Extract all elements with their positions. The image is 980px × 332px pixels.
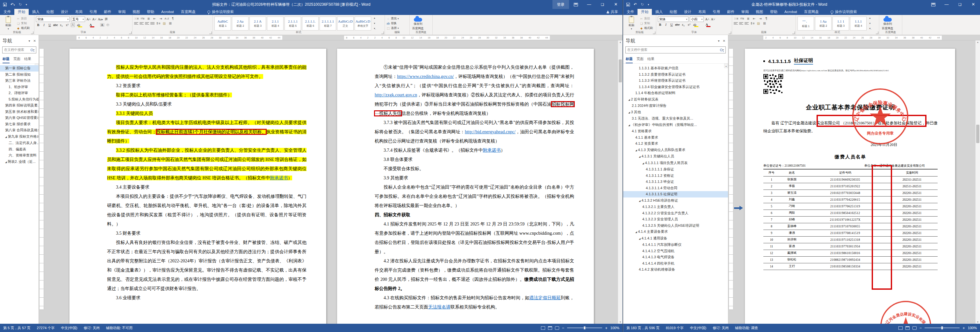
collapse-triangle-icon[interactable]: ◢ — [635, 231, 637, 233]
status-item[interactable]: 27274 个字 — [37, 326, 55, 330]
style-chip[interactable]: 2.1 A标题 3 — [250, 17, 266, 30]
print-layout-icon[interactable] — [548, 326, 552, 330]
nav-heading-item[interactable]: ◢2 近年财务状况表 — [623, 96, 728, 103]
italic-icon[interactable]: I — [42, 23, 46, 27]
nav-heading-item[interactable]: 4.1.4.1.3 电气焊设备 — [623, 254, 728, 261]
print-layout-icon[interactable] — [905, 326, 910, 330]
nav-tab[interactable]: 页面 — [13, 57, 21, 63]
ribbon-tab[interactable]: 设计 — [57, 9, 72, 15]
ribbon-tab[interactable]: 布局 — [695, 9, 709, 15]
status-item[interactable]: 修订: 关闭 — [713, 326, 729, 330]
web-layout-icon[interactable] — [912, 326, 916, 330]
nav-heading-item[interactable]: ◢4.1.3.1 关键岗位人员 — [623, 153, 728, 160]
nav-heading-item[interactable]: ◢4.1.4.1 通用设备 — [623, 236, 728, 242]
zoom-slider[interactable] — [924, 327, 959, 328]
nav-tab[interactable]: 标题 — [3, 57, 10, 63]
select-button[interactable]: ⬚选择▾ — [387, 26, 399, 30]
save-icon[interactable] — [626, 3, 630, 6]
style-chip[interactable]: 1 Aa标题 2 — [815, 17, 832, 30]
nav-heading-item[interactable]: ◢《初步评审》中响应的资料（按顺序响应... — [623, 122, 728, 128]
shading-icon[interactable]: ▨ — [756, 22, 761, 25]
status-item[interactable]: 中文(中国) — [61, 326, 77, 330]
line-spacing-icon[interactable]: ⇕≡ — [750, 22, 755, 25]
qat-customize-icon[interactable]: ▾ — [648, 3, 649, 6]
undo-icon[interactable]: ↶▾ — [11, 2, 15, 7]
style-chip[interactable]: AaBbCcD正文 — [337, 17, 354, 30]
decrease-indent-icon[interactable]: ⇤ — [752, 17, 757, 21]
numbering-icon[interactable]: ¹²≡ — [140, 17, 145, 21]
doc-paragraph[interactable]: 四、招标文件获取 — [375, 210, 574, 220]
text-effects-icon[interactable]: 🄰 — [71, 23, 75, 27]
sort-icon[interactable]: A↓Z — [164, 17, 169, 20]
align-left-icon[interactable] — [734, 22, 738, 25]
bold-icon[interactable]: B — [658, 23, 662, 26]
shrink-font-icon[interactable]: A˅ — [711, 17, 715, 21]
format-painter-button[interactable]: ◆格式刷 — [640, 26, 653, 30]
justify-icon[interactable] — [150, 22, 154, 25]
doc-paragraph[interactable]: 3.9 其他要求 — [375, 173, 574, 183]
nav-heading-item[interactable]: 4.1.4.1.4 四柱举升机 — [623, 261, 728, 267]
doc-paragraph[interactable]: 3.2 资质要求 — [107, 81, 307, 90]
nav-heading-item[interactable]: 4.1 资格要求 — [623, 128, 728, 134]
tell-me-search[interactable]: 操作说明搜索 — [207, 9, 234, 15]
document-canvas[interactable]: 投标人应为中华人民共和国境内注册的法人、法人分支机构或其他组织，具有承担民事责任… — [39, 40, 622, 324]
ribbon-tab[interactable]: 审阅 — [115, 9, 129, 15]
doc-paragraph[interactable]: 本项目拟投入的主要设备：提供不少于“汽车故障诊断仪、电气焊设备、发动机修理翻转架… — [107, 192, 307, 229]
save-to-netdisk-button[interactable]: 保存到百度网盘 — [411, 16, 425, 30]
ribbon-tab[interactable]: 文件 — [623, 9, 638, 15]
show-marks-icon[interactable]: ¶ — [170, 17, 175, 21]
nav-heading-item[interactable]: ◢4.1.3 关键岗位人员和队伍要求 — [623, 147, 728, 153]
nav-heading-item[interactable]: 5.投标人失信行为处... — [0, 96, 38, 103]
nav-close-icon[interactable]: ✕ — [723, 39, 725, 43]
nav-heading-item[interactable]: ◢附表2. 业绩（近... — [0, 159, 38, 165]
ribbon-tab[interactable]: 绘图 — [43, 9, 57, 15]
format-painter-button[interactable]: ◆格式刷 — [17, 26, 30, 30]
nav-heading-item[interactable]: 4.1.3.1.1.3 毕业证 — [623, 179, 728, 185]
zoom-level[interactable]: 100% — [611, 326, 619, 330]
numbering-icon[interactable]: ¹²≡ — [740, 17, 745, 21]
nav-heading-item[interactable]: 第六章 QHSE管理要求 — [0, 115, 38, 121]
grow-font-icon[interactable]: A˄ — [705, 17, 710, 21]
nav-heading-item[interactable]: 4.1.4.1.2 空气压缩机 — [623, 248, 728, 255]
ribbon-tab[interactable]: 文件 — [0, 9, 14, 15]
ribbon-tab[interactable]: 审阅 — [738, 9, 752, 15]
save-icon[interactable] — [3, 3, 7, 6]
paste-button[interactable]: 粘贴▾ — [2, 16, 15, 30]
strikethrough-icon[interactable]: abc — [53, 23, 58, 27]
nav-heading-item[interactable]: 第七章 报价要求 — [0, 121, 38, 128]
strikethrough-icon[interactable]: abc — [675, 23, 680, 26]
nav-search-input[interactable]: 在文档中搜索▾ — [2, 46, 36, 54]
collapse-triangle-icon[interactable]: ◢ — [628, 124, 630, 126]
doc-paragraph[interactable]: 项目负责人要求：机电类大专以上学历或机电类中级及以上工程师。（对关键岗位人员要求… — [107, 118, 307, 145]
nav-heading-item[interactable]: 4.1.3.1.1.1 身份证 — [623, 166, 728, 173]
subscript-icon[interactable]: x₂ — [59, 23, 64, 27]
nav-heading-item[interactable]: ◢第九章 投标文件格式 — [0, 134, 38, 140]
collapse-triangle-icon[interactable]: ◢ — [639, 237, 640, 240]
minimize-button[interactable]: — — [582, 0, 596, 9]
doc-paragraph[interactable]: 3.7.3 被中国石油天然气集团有限公司或辽河油田公司列入“黑名单”的供应商不得… — [375, 118, 574, 145]
nav-dropdown-icon[interactable]: ▾ — [718, 39, 720, 43]
collapse-triangle-icon[interactable]: ◢ — [628, 111, 630, 114]
nav-heading-item[interactable]: 4.1.2 资质要求 — [623, 141, 728, 147]
style-chip[interactable]: AaBbC标题 1 — [215, 17, 231, 30]
web-layout-icon[interactable] — [555, 326, 559, 330]
ribbon-tab[interactable]: Acrobat — [781, 9, 801, 15]
subscript-icon[interactable]: x₂ — [681, 23, 686, 26]
document-canvas[interactable]: 4.1.3.1.1.5 社保证明 您可以使用手机扫描二维码或访问网站https:… — [728, 40, 980, 324]
style-chip[interactable]: 2.1.1.1.1标题 7 — [320, 17, 336, 30]
redo-icon[interactable]: ↻ — [641, 2, 644, 7]
nav-heading-item[interactable]: 4.1.3.2.3 安全管理人员 — [623, 216, 728, 223]
nav-heading-item[interactable]: 4.1.1 基本要求 — [623, 134, 728, 141]
ribbon-tab[interactable]: 插入 — [652, 9, 666, 15]
nav-heading-item[interactable]: 六、资格审查资料 — [0, 152, 38, 159]
nav-tab[interactable]: 结果 — [648, 57, 654, 63]
ribbon-tab[interactable]: 设计 — [681, 9, 695, 15]
sign-in-button[interactable]: 登录 — [552, 0, 569, 9]
ribbon-tab[interactable]: 邮件 — [100, 9, 115, 15]
doc-paragraph[interactable]: 4.3 在线购买招标文件：招标文件的售卖开始时间为招标公告发布时间，如遇法定假日… — [375, 293, 574, 311]
line-spacing-icon[interactable]: ⇕≡ — [156, 22, 161, 25]
zoom-in-icon[interactable]: + — [963, 326, 965, 330]
font-size-combo[interactable]: 小四▾ — [690, 17, 704, 22]
nav-tab[interactable]: 页面 — [636, 57, 644, 63]
nav-heading-item[interactable]: 2、详细评审 — [0, 90, 38, 96]
